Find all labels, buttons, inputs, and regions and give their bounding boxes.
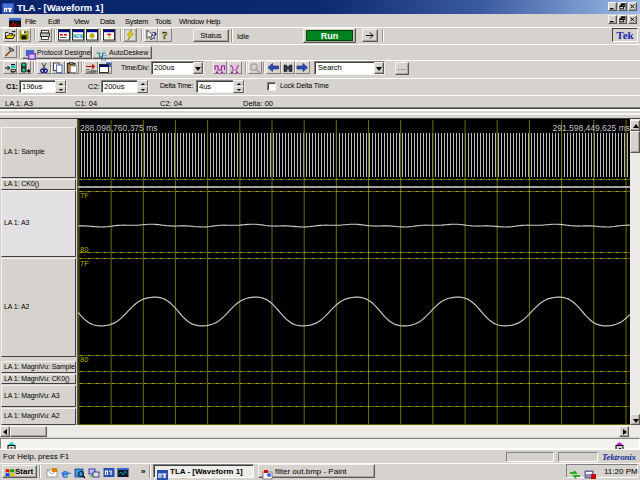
svg-text:80: 80 xyxy=(80,355,88,364)
svg-text:7F: 7F xyxy=(80,191,89,200)
svg-text:?: ? xyxy=(152,31,157,41)
svg-text:291.598,449,625 ms: 291.598,449,625 ms xyxy=(552,123,630,133)
svg-text:7F: 7F xyxy=(80,259,89,268)
svg-text:Gate: Gate xyxy=(86,68,97,74)
svg-text:?: ? xyxy=(162,29,168,41)
svg-text:80: 80 xyxy=(80,245,88,254)
svg-text:NEW: NEW xyxy=(73,34,84,39)
svg-text:288.098,760,375 ms: 288.098,760,375 ms xyxy=(80,123,158,133)
svg-text:G: G xyxy=(101,53,108,62)
